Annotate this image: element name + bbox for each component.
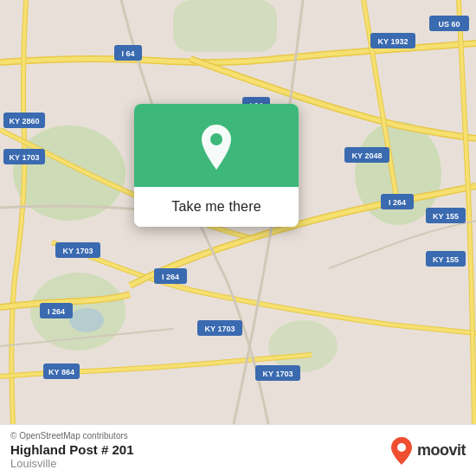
svg-text:US 60: US 60 [438, 20, 460, 29]
location-subtitle: Louisville [10, 457, 383, 470]
svg-point-6 [69, 308, 104, 332]
svg-text:KY 1703: KY 1703 [10, 153, 40, 162]
svg-point-40 [210, 133, 222, 145]
svg-rect-5 [173, 0, 277, 52]
popup-card: Take me there [134, 104, 299, 227]
svg-text:I 264: I 264 [389, 198, 406, 207]
popup-tail [208, 226, 225, 227]
osm-credit: © OpenStreetMap contributors [10, 431, 383, 441]
map-container: US 60 KY 1932 I 64 I 64 KY 2860 KY 1703 … [0, 0, 476, 424]
location-pin-icon [197, 125, 235, 170]
svg-text:KY 864: KY 864 [48, 368, 74, 376]
svg-text:I 264: I 264 [48, 307, 65, 316]
moovit-brand-text: moovit [417, 441, 466, 460]
svg-point-41 [397, 443, 406, 452]
bottom-bar: © OpenStreetMap contributors Highland Po… [0, 424, 476, 476]
svg-text:KY 2860: KY 2860 [10, 117, 40, 125]
bottom-left: © OpenStreetMap contributors Highland Po… [10, 431, 383, 470]
svg-text:I 264: I 264 [162, 273, 179, 281]
svg-text:KY 1932: KY 1932 [378, 37, 408, 46]
popup-header [134, 104, 299, 187]
svg-text:KY 1703: KY 1703 [63, 247, 93, 255]
svg-text:KY 1703: KY 1703 [263, 370, 293, 378]
svg-text:KY 1703: KY 1703 [205, 325, 235, 333]
moovit-logo: moovit [389, 437, 466, 465]
svg-text:KY 155: KY 155 [433, 212, 459, 221]
location-title: Highland Post # 201 [10, 442, 383, 457]
take-me-there-button[interactable]: Take me there [134, 187, 299, 227]
svg-text:I 64: I 64 [121, 49, 134, 58]
svg-point-4 [268, 320, 338, 372]
svg-text:KY 155: KY 155 [433, 255, 459, 264]
moovit-pin-icon [389, 437, 414, 465]
svg-text:KY 2048: KY 2048 [352, 151, 383, 160]
